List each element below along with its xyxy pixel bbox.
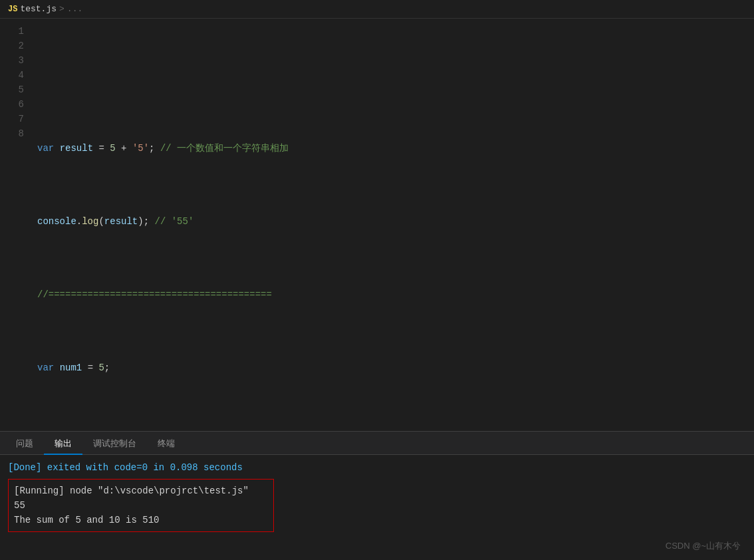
code-line-3: console.log(result); // '55' xyxy=(37,214,754,229)
code-line-1 xyxy=(37,68,754,82)
breadcrumb: JS test.js > ... xyxy=(8,4,82,14)
output-line-2: The sum of 5 and 10 is 510 xyxy=(14,513,268,527)
code-line-5: var num1 = 5; xyxy=(37,360,754,375)
tab-output[interactable]: 输出 xyxy=(44,434,82,455)
editor-area: 1 2 3 4 5 6 7 8 var result = 5 + '5'; //… xyxy=(0,19,754,431)
running-command-line: [Running] node "d:\vscode\projrct\test.j… xyxy=(14,484,268,498)
panel-content: [Done] exited with code=0 in 0.098 secon… xyxy=(0,455,754,560)
tab-terminal[interactable]: 终端 xyxy=(147,434,186,455)
output-line-1: 55 xyxy=(14,498,268,513)
done-line: [Done] exited with code=0 in 0.098 secon… xyxy=(8,460,746,475)
breadcrumb-dots: ... xyxy=(67,4,82,14)
line-numbers: 1 2 3 4 5 6 7 8 xyxy=(0,19,32,431)
titlebar: JS test.js > ... xyxy=(0,0,754,19)
js-file-icon: JS xyxy=(8,5,17,14)
breadcrumb-filename: test.js xyxy=(20,4,57,14)
bottom-panel: 问题 输出 调试控制台 终端 [Done] exited with code=0… xyxy=(0,431,754,560)
running-block: [Running] node "d:\vscode\projrct\test.j… xyxy=(8,479,274,532)
watermark: CSDN @~山有木兮 xyxy=(666,540,741,552)
tab-problems[interactable]: 问题 xyxy=(5,434,44,455)
code-line-4: //======================================… xyxy=(37,287,754,302)
panel-tabs: 问题 输出 调试控制台 终端 xyxy=(0,432,754,455)
code-line-2: var result = 5 + '5'; // 一个数值和一个字符串相加 xyxy=(37,141,754,156)
breadcrumb-separator: > xyxy=(59,4,64,14)
tab-debug-console[interactable]: 调试控制台 xyxy=(82,434,147,455)
code-content[interactable]: var result = 5 + '5'; // 一个数值和一个字符串相加 co… xyxy=(32,19,754,431)
